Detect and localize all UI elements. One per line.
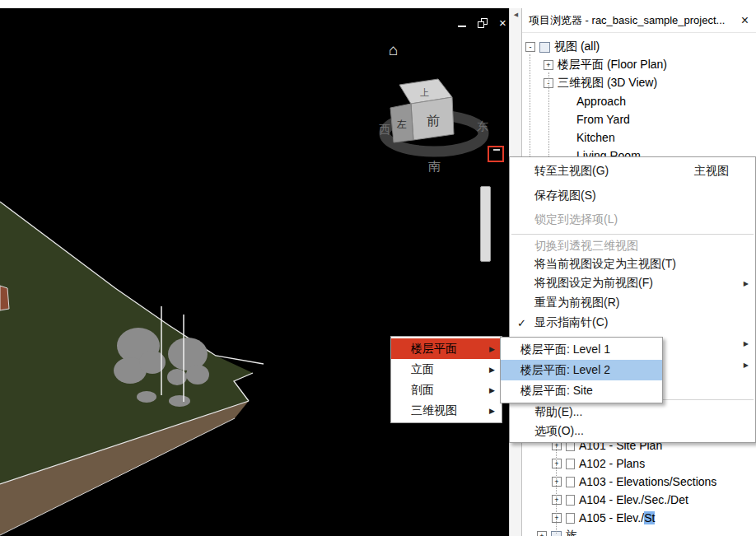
3d-viewport[interactable]: × ⌂ 前 左 上 西 东 南 (0, 8, 509, 536)
submenu-item-label: 楼层平面: Level 2 (520, 363, 656, 378)
menu-item-return-home[interactable]: 转至主视图(G) 主视图 (510, 159, 755, 184)
tree-item-label: A103 - Elevations/Sections (579, 475, 716, 488)
orient-submenu: 楼层平面 ▶ 立面 ▶ 剖面 ▶ 三维视图 ▶ (390, 336, 502, 423)
submenu-item-label: 三维视图 (411, 403, 489, 418)
menu-item-show-compass[interactable]: ✓ 显示指南针(C) (510, 313, 755, 333)
tree-item-families[interactable]: + 族 (522, 527, 756, 536)
tree-item-from-yard[interactable]: From Yard (522, 110, 756, 128)
tree-item-a102[interactable]: + A102 - Plans (522, 454, 756, 473)
submenu-arrow-icon: ▶ (489, 345, 495, 353)
browser-tree-top: - 视图 (all) + 楼层平面 (Floor Plan) - 三维视图 (3… (522, 38, 756, 168)
levels-submenu-item-level2[interactable]: 楼层平面: Level 2 (501, 360, 662, 380)
menu-item-toggle-perspective: 切换到透视三维视图 (510, 237, 755, 255)
building-fragment[interactable] (0, 286, 9, 310)
view-window-controls: × (458, 18, 506, 28)
viewcube-top-label: 上 (420, 87, 429, 97)
submenu-arrow-icon: ▶ (489, 407, 495, 415)
tree-item-label: A102 - Plans (579, 457, 645, 470)
menu-item-label: 保存视图(S) (534, 189, 749, 203)
panel-title: 项目浏览器 - rac_basic_sample_project... (529, 13, 739, 28)
menu-item-set-current-as-home[interactable]: 将当前视图设定为主视图(T) (510, 255, 755, 273)
menu-item-label: 将当前视图设定为主视图(T) (534, 257, 749, 272)
close-icon[interactable]: × (499, 18, 506, 28)
tree-item-label: Approach (576, 95, 626, 108)
tree-item-approach[interactable]: Approach (522, 92, 756, 110)
menu-item-set-front-view[interactable]: 将视图设定为前视图(F) ▶ (510, 273, 755, 293)
submenu-arrow-icon: ▶ (744, 280, 749, 287)
levels-submenu-item-level1[interactable]: 楼层平面: Level 1 (501, 339, 662, 360)
tree-item-a103[interactable]: + A103 - Elevations/Sections (522, 473, 756, 491)
expand-icon[interactable]: + (552, 513, 562, 523)
tree-item-floor-plans[interactable]: + 楼层平面 (Floor Plan) (522, 56, 756, 74)
sheet-icon (566, 495, 575, 506)
menu-item-options[interactable]: 选项(O)... (510, 422, 755, 440)
submenu-item-label: 剖面 (411, 383, 489, 398)
viewcube-left-label: 左 (396, 119, 407, 130)
menu-separator (511, 234, 754, 235)
tree-item-a105[interactable]: + A105 - Elev./ St (522, 509, 756, 527)
menu-item-label: 重置为前视图(R) (534, 296, 749, 310)
tree-item-3d-views[interactable]: - 三维视图 (3D View) (522, 74, 756, 92)
submenu-arrow-icon: ▶ (744, 340, 749, 347)
compass-east-label[interactable]: 东 (477, 119, 488, 133)
expand-icon[interactable]: + (552, 495, 562, 505)
orient-submenu-item-floorplan[interactable]: 楼层平面 ▶ (391, 338, 502, 359)
submenu-arrow-icon: ▶ (744, 361, 749, 369)
tree-item-label: 楼层平面 (Floor Plan) (558, 58, 667, 72)
menu-item-label: 切换到透视三维视图 (534, 239, 749, 254)
minimize-icon[interactable] (458, 20, 466, 27)
orient-submenu-item-section[interactable]: 剖面 ▶ (391, 380, 502, 400)
tree-item-label: A104 - Elev./Sec./Det (579, 493, 688, 506)
scrollbar-arrow-icon[interactable]: ◀ (510, 8, 522, 21)
viewcube-menu-annotation[interactable] (488, 146, 504, 162)
tree-item-label: 族 (566, 529, 577, 536)
expand-icon[interactable]: + (552, 459, 562, 468)
levels-submenu-item-site[interactable]: 楼层平面: Site (501, 380, 662, 401)
menu-item-reset-front-view[interactable]: 重置为前视图(R) (510, 293, 755, 313)
tree-item-label: From Yard (576, 113, 630, 126)
tree-guide (530, 54, 530, 165)
submenu-item-label: 楼层平面: Level 1 (520, 343, 656, 357)
compass-west-label[interactable]: 西 (379, 123, 390, 136)
expand-icon[interactable]: + (552, 477, 562, 487)
views-icon (539, 42, 550, 53)
restore-icon[interactable] (478, 18, 488, 28)
revit-window: × ⌂ 前 左 上 西 东 南 ◀ 项目浏览器 - rac_basic_samp… (0, 0, 756, 536)
browser-tree-bottom: + A101 - Site Plan + A102 - Plans + A103… (522, 436, 756, 536)
submenu-arrow-icon: ▶ (489, 386, 495, 394)
menu-item-label: 选项(O)... (534, 424, 749, 439)
menu-item-help[interactable]: 帮助(E)... (510, 403, 755, 422)
navigation-bar[interactable] (480, 186, 491, 262)
menu-item-label: 锁定到选择项(L) (534, 212, 749, 227)
orient-submenu-item-elevation[interactable]: 立面 ▶ (391, 359, 502, 380)
tree-item-label: A105 - Elev./ (579, 511, 644, 524)
tree-item-label: Kitchen (576, 131, 615, 144)
tree-item-label-selected: St (644, 511, 655, 524)
menu-item-label: 帮助(E)... (534, 405, 749, 420)
tree-item-a104[interactable]: + A104 - Elev./Sec./Det (522, 491, 756, 509)
sheet-icon (566, 477, 575, 487)
menu-item-save-view[interactable]: 保存视图(S) (510, 184, 755, 208)
project-browser-titlebar[interactable]: 项目浏览器 - rac_basic_sample_project... × (522, 8, 756, 33)
levels-submenu: 楼层平面: Level 1 楼层平面: Level 2 楼层平面: Site (500, 337, 663, 403)
sheet-icon (566, 459, 575, 469)
collapse-icon[interactable]: - (525, 42, 535, 52)
submenu-item-label: 楼层平面: Site (520, 384, 656, 399)
expand-icon[interactable]: + (544, 60, 553, 70)
sheet-icon (566, 513, 575, 524)
checkmark-icon: ✓ (517, 317, 526, 329)
viewcube-front-label: 前 (427, 114, 440, 128)
tree-guide (548, 72, 549, 168)
submenu-item-label: 楼层平面 (411, 342, 489, 357)
tree-guide (556, 436, 557, 534)
tree-item-label: 三维视图 (3D View) (558, 76, 657, 91)
menu-item-label: 显示指南针(C) (534, 315, 749, 330)
menu-item-label: 转至主视图(G) (534, 164, 694, 179)
tree-item-kitchen[interactable]: Kitchen (522, 128, 756, 147)
panel-close-icon[interactable]: × (739, 13, 751, 28)
tree-item-views-root[interactable]: - 视图 (all) (522, 38, 756, 56)
orient-submenu-item-3dview[interactable]: 三维视图 ▶ (391, 400, 502, 421)
expand-icon[interactable]: + (537, 531, 547, 536)
compass-south-label[interactable]: 南 (428, 159, 441, 173)
submenu-item-label: 立面 (411, 362, 489, 377)
